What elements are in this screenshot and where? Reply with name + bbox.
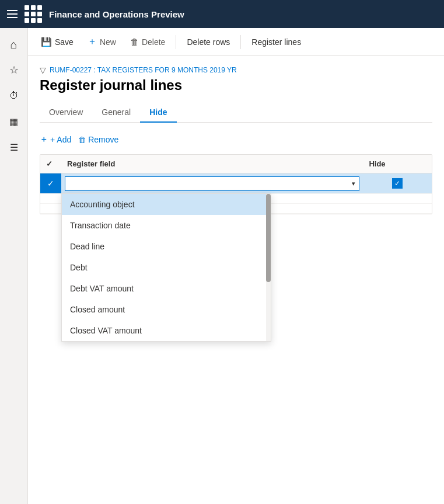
toolbar: 💾 Save ＋ New 🗑 Delete Delete rows Regist…: [28, 28, 444, 56]
main-layout: ⌂ ☆ ⏱ ▦ ☰ 💾 Save ＋ New 🗑 Delete Delete r…: [0, 28, 444, 504]
row-field-cell[interactable]: ▾ Accounting object Transaction date Dea…: [61, 173, 363, 194]
table-header-row: ✓ Register field Hide: [40, 155, 432, 173]
dropdown-scrollbar[interactable]: [266, 194, 271, 341]
breadcrumb: ▽ RUMF-00227 : TAX REGISTERS FOR 9 MONTH…: [40, 65, 432, 75]
sidebar-item-recent[interactable]: ⏱: [2, 84, 26, 107]
tabs: Overview General Hide: [40, 103, 432, 123]
dropdown-option-debt[interactable]: Debt: [62, 257, 271, 278]
col-register-field: Register field: [61, 155, 363, 173]
dropdown-arrow-icon[interactable]: ▾: [348, 180, 359, 187]
delete-rows-button[interactable]: Delete rows: [181, 34, 236, 50]
check-icon: ✓: [47, 179, 54, 188]
tab-hide[interactable]: Hide: [140, 103, 176, 123]
separator2: [240, 35, 241, 49]
hamburger-menu[interactable]: [7, 10, 18, 18]
main-content: ▽ RUMF-00227 : TAX REGISTERS FOR 9 MONTH…: [28, 56, 444, 504]
save-icon: 💾: [41, 37, 52, 47]
row-hide-cell[interactable]: [363, 204, 432, 214]
row-check-cell[interactable]: [40, 194, 61, 204]
delete-button[interactable]: 🗑 Delete: [124, 33, 171, 50]
apps-grid-icon[interactable]: [25, 5, 42, 23]
sidebar: ⌂ ☆ ⏱ ▦ ☰: [0, 28, 28, 504]
tab-general[interactable]: General: [92, 103, 140, 123]
save-button[interactable]: 💾 Save: [35, 33, 79, 51]
col-hide: Hide: [363, 155, 432, 173]
sidebar-item-list[interactable]: ☰: [2, 135, 26, 159]
dropdown-option-debt-vat[interactable]: Debt VAT amount: [62, 278, 271, 299]
register-lines-button[interactable]: Register lines: [246, 34, 307, 50]
delete-icon: 🗑: [130, 37, 139, 47]
row-check-cell[interactable]: [40, 204, 61, 214]
col-check: ✓: [40, 155, 61, 173]
dropdown-option-accounting-object[interactable]: Accounting object: [62, 194, 271, 215]
row-hide-cell[interactable]: [363, 194, 432, 204]
plus-icon: ＋: [88, 36, 97, 48]
row-check-cell[interactable]: ✓: [40, 173, 61, 194]
table-row: ✓ ▾ Accounting object Transac: [40, 173, 432, 194]
sidebar-item-workspaces[interactable]: ▦: [2, 110, 26, 133]
field-dropdown[interactable]: ▾: [65, 176, 359, 191]
row-hide-cell[interactable]: ✓: [363, 173, 432, 194]
hide-checkbox[interactable]: ✓: [392, 178, 403, 189]
remove-button[interactable]: 🗑 Remove: [78, 132, 118, 147]
sidebar-item-favorites[interactable]: ☆: [2, 58, 26, 82]
dropdown-option-closed-vat[interactable]: Closed VAT amount: [62, 320, 271, 341]
separator: [176, 35, 176, 49]
dropdown-list: Accounting object Transaction date Dead …: [61, 193, 271, 342]
top-bar: Finance and Operations Preview: [0, 0, 444, 28]
trash-icon: 🗑: [78, 135, 86, 144]
plus-icon2: ＋: [40, 134, 48, 145]
action-bar: ＋ + Add 🗑 Remove: [40, 132, 432, 147]
dropdown-option-closed-amount[interactable]: Closed amount: [62, 299, 271, 320]
checkmark-icon: ✓: [394, 179, 400, 187]
sidebar-item-home[interactable]: ⌂: [2, 33, 26, 56]
page-title: Register journal lines: [40, 77, 432, 93]
table-container: ✓ Register field Hide: [40, 154, 432, 214]
filter-icon: ▽: [40, 65, 46, 75]
app-title: Finance and Operations Preview: [49, 9, 184, 19]
new-button[interactable]: ＋ New: [82, 32, 122, 51]
scrollbar-thumb: [266, 194, 271, 282]
tab-overview[interactable]: Overview: [40, 103, 92, 123]
register-field-table: ✓ Register field Hide: [40, 155, 432, 214]
dropdown-option-transaction-date[interactable]: Transaction date: [62, 215, 271, 236]
field-input[interactable]: [65, 177, 348, 190]
add-button[interactable]: ＋ + Add: [40, 132, 71, 147]
dropdown-option-dead-line[interactable]: Dead line: [62, 236, 271, 257]
